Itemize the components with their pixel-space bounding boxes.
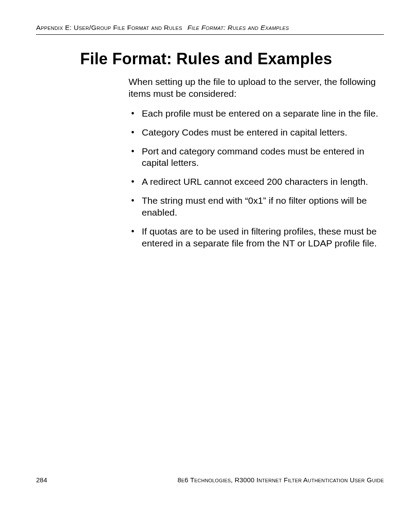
list-item: If quotas are to be used in filtering pr… <box>129 226 379 249</box>
running-header: Appendix E: User/Group File Format and R… <box>36 24 384 35</box>
list-item: Port and category command codes must be … <box>129 146 379 169</box>
intro-paragraph: When setting up the file to upload to th… <box>129 76 379 100</box>
body-text: When setting up the file to upload to th… <box>129 76 379 249</box>
list-item: Each profile must be entered on a separa… <box>129 108 379 120</box>
list-item: The string must end with “0x1” if no fil… <box>129 195 379 219</box>
footer-right: 8e6 Technologies, R3000 Internet Filter … <box>177 476 384 484</box>
running-header-right: File Format: Rules and Examples <box>188 24 289 31</box>
list-item: A redirect URL cannot exceed 200 charact… <box>129 176 379 188</box>
rules-list: Each profile must be entered on a separa… <box>129 108 379 249</box>
page: Appendix E: User/Group File Format and R… <box>0 0 420 510</box>
list-item: Category Codes must be entered in capita… <box>129 127 379 139</box>
page-footer: 284 8e6 Technologies, R3000 Internet Fil… <box>36 476 384 484</box>
section-title: File Format: Rules and Examples <box>80 50 384 68</box>
running-header-left: Appendix E: User/Group File Format and R… <box>36 24 182 31</box>
page-number: 284 <box>36 476 47 484</box>
